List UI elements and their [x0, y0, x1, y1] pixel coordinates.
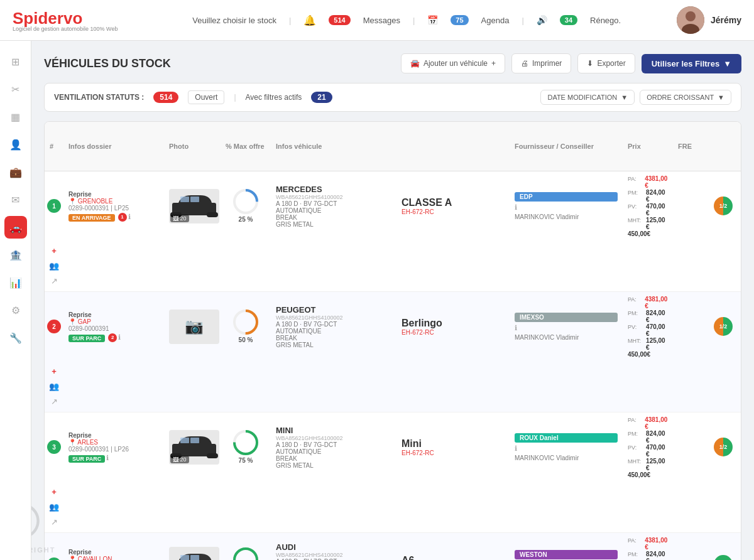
info-supplier-icon[interactable]: ℹ: [515, 444, 618, 453]
row-number: 4: [47, 557, 61, 560]
price-pa: PA: 4381,00 €: [628, 296, 668, 310]
dossier-status-badge[interactable]: EN ARRIVAGE: [68, 214, 115, 222]
supplier-name[interactable]: IMEXSO: [515, 313, 618, 322]
add-row-icon[interactable]: +: [48, 365, 60, 378]
volume-icon: 🔊: [537, 15, 547, 25]
table-row[interactable]: 2 Reprise 📍 GAP 0289-0000391 SUR PARC 2 …: [45, 292, 741, 412]
vehicle-color: GRIS METAL: [276, 342, 391, 348]
main-content: VÉHICULES DU STOCK 🚘 Ajouter un véhicule…: [31, 41, 754, 560]
photo-cell[interactable]: 📷: [164, 306, 221, 348]
row-actions-cell[interactable]: + 👥 ↗: [45, 482, 63, 532]
sidebar-item-briefcase[interactable]: 💼: [4, 161, 27, 183]
info-icon[interactable]: ℹ: [118, 333, 121, 342]
col-vehicle-info: Infos véhicule: [271, 127, 396, 166]
row-actions-cell[interactable]: + 👥 ↗: [45, 362, 63, 412]
supplier-name[interactable]: WESTON: [515, 550, 618, 559]
vehicles-table: # Infos dossier Photo % Max offre Infos …: [44, 121, 741, 560]
sidebar-item-calendar[interactable]: ▦: [4, 105, 27, 128]
svg-rect-6: [180, 197, 189, 202]
filter-open[interactable]: Ouvert: [188, 90, 224, 104]
photo-cell[interactable]: 🖼 20: [164, 426, 221, 468]
advisor-name: MARINKOVIC Vladimir: [515, 334, 618, 341]
model-cell: A6 EH-672-RC: [396, 551, 510, 560]
filter-active-count[interactable]: 21: [311, 92, 332, 103]
header-right: Jérémy: [677, 6, 741, 34]
info-icon[interactable]: ℹ: [106, 454, 109, 462]
avatar[interactable]: [677, 6, 704, 34]
dossier-ref: 0289-0000391: [68, 325, 159, 332]
fre-cell[interactable]: 1/2: [673, 434, 741, 460]
info-supplier-icon[interactable]: ℹ: [515, 324, 618, 332]
col-num: #: [45, 127, 63, 166]
advisor-name: MARINKOVIC Vladimir: [515, 213, 618, 220]
table-row[interactable]: 3 Reprise 📍 ARLES 0289-0000391 | LP26 SU…: [45, 412, 741, 533]
reneg-badge[interactable]: 34: [560, 15, 577, 25]
vehicle-transmission: A 180 D · BV 7G-DCT: [276, 321, 391, 328]
svg-rect-23: [190, 555, 199, 560]
donut-chart: 50 %: [233, 310, 258, 343]
sidebar-item-settings[interactable]: ⚙: [4, 299, 27, 321]
ventilation-count[interactable]: 514: [153, 92, 178, 103]
photo-cell[interactable]: 🖼 20: [164, 543, 221, 560]
sidebar-item-wrench[interactable]: 🔧: [4, 326, 27, 349]
users-row-icon[interactable]: 👥: [48, 380, 60, 393]
fre-cell[interactable]: [673, 551, 741, 560]
fre-cell[interactable]: 1/2: [673, 313, 741, 340]
supplier-name[interactable]: ROUX Daniel: [515, 433, 618, 443]
table-row[interactable]: 1 Reprise 📍 GRENOBLE 0289-0000391 | LP25…: [45, 171, 741, 292]
stock-chooser[interactable]: Veuillez choisir le stock: [192, 16, 276, 25]
price-mht: MHT: 125,00 €: [628, 458, 668, 471]
agenda-badge[interactable]: 75: [451, 15, 468, 25]
users-row-icon[interactable]: 👥: [48, 501, 60, 514]
add-vehicle-button[interactable]: 🚘 Ajouter un véhicule +: [401, 53, 505, 73]
sidebar-item-users[interactable]: 👤: [4, 133, 27, 156]
price-cell: PA: 4381,00 € PM: 824,00 € PV: 470,00 € …: [623, 412, 673, 482]
row-number-cell: 1: [45, 195, 63, 217]
share-row-icon[interactable]: ↗: [48, 516, 60, 529]
photo-cell[interactable]: 🖼 20: [164, 185, 221, 227]
vehicle-body: BREAK: [276, 455, 391, 462]
users-row-icon[interactable]: 👥: [48, 260, 60, 272]
chevron-down-icon: ▼: [621, 94, 628, 101]
add-row-icon[interactable]: +: [48, 486, 60, 498]
sort-date-select[interactable]: DATE MODIFICATION ▼: [540, 90, 635, 105]
dossier-status-badge[interactable]: SUR PARC: [68, 455, 105, 463]
row-actions-cell[interactable]: + 👥 ↗: [45, 241, 63, 291]
page-header: VÉHICULES DU STOCK 🚘 Ajouter un véhicule…: [44, 53, 741, 73]
logo[interactable]: Spidervo Logiciel de gestion automobile …: [13, 9, 117, 32]
sidebar-item-car[interactable]: 🚗: [4, 216, 27, 239]
dossier-status-badge[interactable]: SUR PARC: [68, 335, 105, 342]
messages-label[interactable]: Messages: [363, 16, 400, 25]
add-row-icon[interactable]: +: [48, 245, 60, 257]
print-button[interactable]: 🖨 Imprimer: [511, 53, 571, 73]
sidebar-item-bank[interactable]: 🏦: [4, 244, 27, 266]
messages-badge[interactable]: 514: [329, 15, 350, 25]
vehicle-info-cell: MINI WBA85621GHHS4100002 A 180 D · BV 7G…: [271, 422, 396, 473]
filter-button[interactable]: Utiliser les Filtres ▼: [642, 54, 741, 73]
price-extra: 450,00€: [628, 471, 668, 478]
sidebar: ⊞ ✂ ▦ 👤 💼 ✉ 🚗 🏦 📊 ⚙ 🔧: [0, 41, 31, 560]
col-percent: % Max offre: [221, 127, 271, 166]
info-supplier-icon[interactable]: ℹ: [515, 203, 618, 212]
fre-cell[interactable]: 1/2: [673, 193, 741, 219]
sort-controls: DATE MODIFICATION ▼ ORDRE CROISSANT ▼: [540, 90, 731, 105]
agenda-label[interactable]: Agenda: [481, 16, 510, 25]
sidebar-item-dashboard[interactable]: ⊞: [4, 50, 27, 73]
row-number-cell: 4: [45, 554, 63, 560]
supplier-name[interactable]: EDP: [515, 192, 618, 202]
share-row-icon[interactable]: ↗: [48, 275, 60, 288]
svg-rect-16: [190, 438, 199, 443]
sidebar-item-chart-bar[interactable]: 📊: [4, 271, 27, 294]
share-row-icon[interactable]: ↗: [48, 396, 60, 408]
sidebar-item-mail[interactable]: ✉: [4, 188, 27, 211]
reneg-label[interactable]: Rénego.: [590, 16, 621, 25]
dossier-ref: 0289-0000391 | LP25: [68, 205, 159, 212]
sidebar-item-tools[interactable]: ✂: [4, 78, 27, 100]
notification-icon[interactable]: 🔔: [303, 14, 316, 26]
price-mht: MHT: 125,00 €: [628, 217, 668, 230]
table-row[interactable]: 4 Reprise 📍 CAVAILLON 0289-0000391 SUR C…: [45, 533, 741, 560]
dossier-cell: Reprise 📍 GAP 0289-0000391 SUR PARC 2 ℹ: [63, 308, 164, 346]
export-button[interactable]: ⬇ Exporter: [577, 53, 635, 73]
sort-order-select[interactable]: ORDRE CROISSANT ▼: [640, 90, 731, 105]
info-icon[interactable]: ℹ: [128, 213, 131, 221]
